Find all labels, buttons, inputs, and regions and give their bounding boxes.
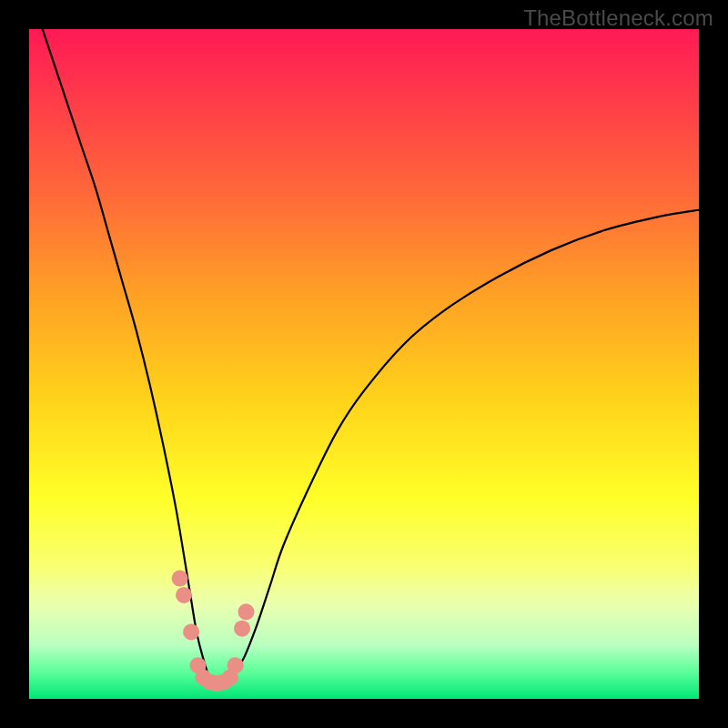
marker-dot [176,587,192,603]
marker-dot [172,571,188,587]
chart-frame: TheBottleneck.com [0,0,728,728]
plot-area [29,29,699,699]
marker-dot [228,657,244,673]
bottleneck-curve [43,29,699,686]
marker-dot [234,621,250,637]
watermark-text: TheBottleneck.com [523,5,713,31]
curve-markers [172,571,255,693]
marker-dot [183,623,199,640]
marker-dot [238,603,254,620]
curve-layer [29,29,699,699]
